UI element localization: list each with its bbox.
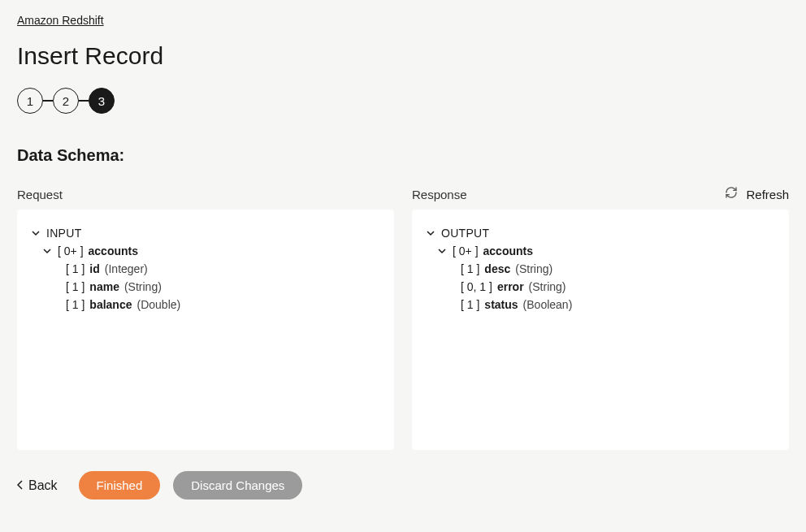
field-name: error [497,280,524,293]
field-name: status [484,298,518,311]
tree-root[interactable]: INPUT [30,224,381,242]
step-connector [79,100,89,102]
chevron-left-icon [17,478,24,493]
cardinality: [ 1 ] [461,262,479,275]
cardinality: [ 1 ] [66,262,84,275]
tree-root[interactable]: OUTPUT [425,224,776,242]
footer-actions: Back Finished Discard Changes [17,471,789,500]
finished-button[interactable]: Finished [79,471,161,500]
request-panel: INPUT [ 0+ ] accounts [ 1 ] id (Integer)… [17,210,394,450]
step-1[interactable]: 1 [17,88,43,114]
tree-field: [ 1 ] id (Integer) [66,260,381,278]
discard-button[interactable]: Discard Changes [173,471,302,500]
field-type: (Integer) [105,262,148,275]
field-type: (Double) [137,298,181,311]
cardinality: [ 1 ] [66,280,84,293]
cardinality: [ 1 ] [461,298,479,311]
request-heading: Request [17,188,394,201]
request-column: Request INPUT [ 0+ ] accounts [ 1 ] [17,188,394,450]
cardinality: [ 0+ ] [453,244,479,257]
breadcrumb-link[interactable]: Amazon Redshift [17,14,104,27]
chevron-down-icon[interactable] [436,247,448,255]
cardinality: [ 1 ] [66,298,84,311]
step-2[interactable]: 2 [53,88,79,114]
field-name: balance [89,298,132,311]
tree-field: [ 1 ] name (String) [66,278,381,296]
tree-field: [ 1 ] status (Boolean) [461,296,776,314]
section-heading: Data Schema: [17,146,789,165]
field-name: desc [484,262,510,275]
cardinality: [ 0, 1 ] [461,280,492,293]
response-heading: Response [412,188,789,201]
field-type: (Boolean) [523,298,573,311]
step-connector [43,100,53,102]
page-title: Insert Record [17,42,789,70]
field-type: (String) [124,280,162,293]
field-name: name [89,280,119,293]
tree-field: [ 0, 1 ] error (String) [461,278,776,296]
field-type: (String) [529,280,566,293]
tree-root-label: OUTPUT [441,227,489,240]
tree-field: [ 1 ] desc (String) [461,260,776,278]
tree-field: [ 1 ] balance (Double) [66,296,381,314]
field-name: id [89,262,99,275]
tree-group[interactable]: [ 0+ ] accounts [41,242,381,260]
group-name: accounts [483,244,533,257]
chevron-down-icon[interactable] [30,229,41,237]
cardinality: [ 0+ ] [58,244,84,257]
tree-group[interactable]: [ 0+ ] accounts [436,242,776,260]
back-button[interactable]: Back [17,478,58,493]
tree-root-label: INPUT [46,227,82,240]
chevron-down-icon[interactable] [425,229,436,237]
back-label: Back [28,478,58,493]
response-column: Response OUTPUT [ 0+ ] accounts [ 1 ] [412,188,789,450]
response-panel: OUTPUT [ 0+ ] accounts [ 1 ] desc (Strin… [412,210,789,450]
group-name: accounts [89,244,138,257]
step-3[interactable]: 3 [89,88,115,114]
chevron-down-icon[interactable] [41,247,53,255]
field-type: (String) [515,262,552,275]
wizard-stepper: 1 2 3 [17,88,789,114]
